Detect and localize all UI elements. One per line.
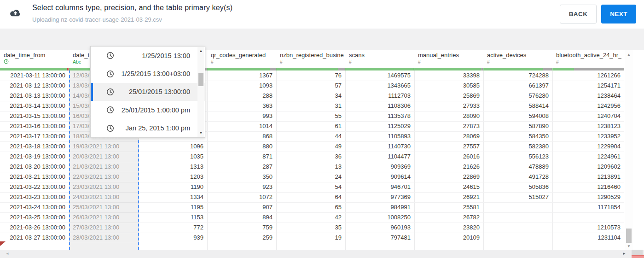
table-cell	[552, 212, 624, 223]
column-header-nzbn_registered_busine[interactable]: nzbn_registered_busine#	[276, 50, 345, 70]
table-cell: 1334	[138, 192, 207, 202]
number-type-label: #	[418, 59, 421, 64]
table-cell: 26016	[414, 152, 483, 162]
table-cell: 20/03/2021 13:00	[69, 152, 138, 162]
upload-cloud-icon	[9, 9, 22, 20]
scroll-left-icon[interactable]: ◄	[6, 252, 9, 256]
table-cell: 27557	[414, 141, 483, 152]
scroll-down-icon[interactable]: ▼	[625, 244, 633, 248]
format-option[interactable]: 25/01/2015 13:00:00	[91, 83, 205, 101]
table-cell: 25869	[414, 91, 483, 101]
table-cell: 1171854	[552, 202, 624, 212]
table-cell: 984991	[345, 202, 414, 212]
table-cell: 1105893	[345, 131, 414, 141]
column-name: manual_entries	[418, 52, 459, 59]
format-option-label: Jan 25, 2015 1:00 pm	[114, 124, 190, 132]
column-name: date_time_from	[4, 52, 45, 59]
scroll-down-icon[interactable]: ▼	[197, 131, 204, 135]
table-cell: 26782	[414, 212, 483, 223]
table-cell: 19/03/2021 13:00	[69, 141, 138, 152]
scroll-right-icon[interactable]: ►	[622, 252, 626, 256]
column-header-date_time_from[interactable]: date_time_from	[0, 50, 69, 70]
table-cell: 34	[276, 91, 345, 101]
column-name: qr_codes_generated	[211, 52, 266, 59]
table-cell: 1254171	[552, 81, 624, 91]
table-row: 2021-03-18 13:00:0019/03/2021 13:0010968…	[0, 141, 624, 152]
table-cell: 661397	[483, 81, 552, 91]
table-cell: 1469575	[345, 70, 414, 81]
clock-icon	[106, 124, 114, 132]
table-cell: 1125029	[345, 121, 414, 131]
table-cell: 288	[207, 91, 276, 101]
table-cell: 1203	[138, 172, 207, 182]
grid-hline	[0, 243, 624, 243]
number-type-label: #	[487, 59, 490, 64]
table-cell: 2021-03-14 13:00:00	[0, 101, 69, 111]
format-option[interactable]: 1/25/2015 13:00+03:00	[91, 64, 205, 82]
table-cell: 55	[276, 111, 345, 121]
date-format-dropdown: 1/25/2015 13:001/25/2015 13:00+03:0025/0…	[90, 46, 205, 138]
table-cell	[483, 223, 552, 233]
row-error-marker	[0, 241, 6, 246]
table-cell: 259	[207, 233, 276, 243]
table-cell: 1216460	[552, 182, 624, 192]
upload-filename-subtitle: Uploading nz-covid-tracer-usage-2021-03-…	[32, 16, 162, 23]
table-cell: 2021-03-15 13:00:00	[0, 111, 69, 121]
table-cell: 594008	[483, 111, 552, 121]
table-cell: 61	[276, 121, 345, 131]
table-cell: 363	[207, 101, 276, 111]
column-header-manual_entries[interactable]: manual_entries#	[414, 50, 483, 70]
table-cell: 1242956	[552, 101, 624, 111]
table-cell: 64	[276, 192, 345, 202]
format-option[interactable]: 25/01/2015 1:00:00 pm	[91, 101, 205, 119]
table-cell: 19	[276, 233, 345, 243]
table-cell: 1233952	[552, 131, 624, 141]
table-cell: 868	[207, 131, 276, 141]
table-cell: 31	[276, 101, 345, 111]
table-cell: 880	[207, 141, 276, 152]
table-cell: 1367	[207, 70, 276, 81]
format-option-label: 25/01/2015 13:00:00	[114, 88, 190, 95]
table-cell: 584350	[483, 131, 552, 141]
dropdown-scrollbar-thumb[interactable]	[198, 73, 203, 86]
vertical-scrollbar[interactable]: ▲ ▼	[625, 50, 633, 250]
table-cell: 1096	[138, 141, 207, 152]
table-cell: 1112703	[345, 91, 414, 101]
clock-icon	[106, 88, 114, 96]
vertical-scrollbar-thumb[interactable]	[626, 229, 632, 243]
format-option[interactable]: 1/25/2015 13:00	[91, 47, 205, 64]
table-cell: 25581	[414, 202, 483, 212]
column-header-bluetooth_active_24_hr_[interactable]: bluetooth_active_24_hr_#	[552, 50, 624, 70]
back-button[interactable]: BACK	[560, 5, 597, 23]
table-cell: 871	[207, 152, 276, 162]
table-cell: 515027	[483, 192, 552, 202]
column-name: scans	[349, 52, 365, 59]
table-cell: 2021-03-21 13:00:00	[0, 172, 69, 182]
format-option[interactable]: Jan 25, 2015 1:00 pm	[91, 119, 205, 137]
table-cell	[483, 212, 552, 223]
table-cell: 1290529	[552, 192, 624, 202]
scroll-up-icon[interactable]: ▲	[197, 49, 204, 53]
table-cell: 2021-03-20 13:00:00	[0, 162, 69, 172]
table-cell: 26921	[414, 192, 483, 202]
table-cell: 350	[207, 172, 276, 182]
format-option-label: 1/25/2015 13:00+03:00	[114, 70, 190, 77]
table-cell: 909614	[345, 172, 414, 182]
column-header-active_devices[interactable]: active_devices#	[483, 50, 552, 70]
table-cell: 24	[276, 172, 345, 182]
table-cell: 49	[276, 141, 345, 152]
column-header-qr_codes_generated[interactable]: qr_codes_generated#	[207, 50, 276, 70]
table-cell: 33398	[414, 70, 483, 81]
table-cell: 22869	[414, 172, 483, 182]
column-header-scans[interactable]: scans#	[345, 50, 414, 70]
table-cell: 2021-03-23 13:00:00	[0, 192, 69, 202]
table-cell: 76	[276, 70, 345, 81]
next-button[interactable]: NEXT	[601, 5, 636, 23]
table-cell: 2021-03-18 13:00:00	[0, 141, 69, 152]
horizontal-scrollbar[interactable]: ◄ ►	[0, 250, 644, 258]
scroll-up-icon[interactable]: ▲	[625, 53, 633, 57]
dropdown-scrollbar[interactable]: ▲ ▼	[197, 47, 204, 137]
column-name: nzbn_registered_busine	[280, 52, 344, 59]
table-cell: 909369	[345, 162, 414, 172]
table-cell: 24/03/2021 13:00	[69, 192, 138, 202]
